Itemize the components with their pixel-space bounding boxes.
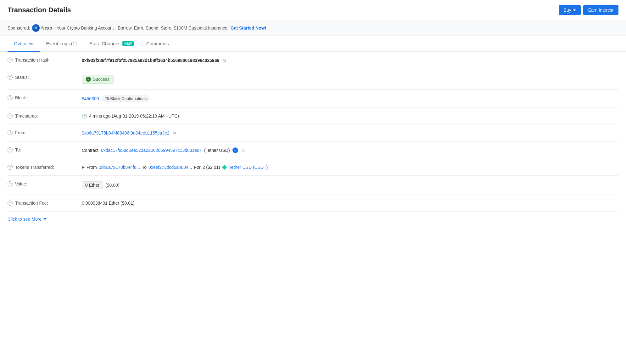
timestamp-help-icon[interactable]: ?: [8, 113, 13, 119]
value-usd: ($0.00): [105, 183, 119, 188]
confirmations-badge: 25 Block Confirmations: [102, 95, 150, 102]
value-value-cell: 0 Ether ($0.00): [82, 181, 618, 189]
tokens-label-cell: ? Tokens Transferred:: [8, 165, 77, 170]
from-address-link[interactable]: 0xb6a79178b844f88406f9a34eeb1155ca3e2: [82, 130, 170, 135]
fee-row: ? Transaction Fee: 0.000038401 Ether ($0…: [8, 195, 618, 212]
to-label-cell: ? To:: [8, 147, 77, 152]
tokens-help-icon[interactable]: ?: [8, 165, 13, 170]
fee-label-cell: ? Transaction Fee:: [8, 201, 77, 206]
tokens-for-prefix: For: [194, 165, 201, 170]
tx-hash-help-icon[interactable]: ?: [8, 58, 13, 63]
page-header: Transaction Details Buy Earn Interest: [0, 0, 626, 20]
block-row: ? Block: 8456309 25 Block Confirmations: [8, 90, 618, 108]
status-value-cell: ✓ Success: [82, 75, 618, 84]
tx-hash-value-cell: 0xf933f286f7f812fbf257925a83d1b8ff3634b5…: [82, 58, 618, 63]
from-label-cell: ? From:: [8, 130, 77, 135]
to-contract-name: (Tether USD): [204, 148, 230, 153]
tokens-to-address-link[interactable]: 0xeef273dcd6a4884...: [148, 165, 192, 170]
clock-icon: 🕐: [82, 113, 87, 119]
to-contract-label: Contract: [82, 148, 98, 153]
fee-help-icon[interactable]: ?: [8, 201, 13, 206]
tab-comments[interactable]: Comments: [140, 36, 176, 52]
page-title: Transaction Details: [8, 6, 71, 14]
value-ether-badge: 0 Ether: [82, 181, 103, 189]
tokens-from-address-link[interactable]: 0xb6a79178b844f8...: [99, 165, 140, 170]
to-value-cell: Contract 0xdac17f958d2ee523a220620699459…: [82, 147, 618, 153]
header-buttons: Buy Earn Interest: [559, 5, 618, 15]
block-label-cell: ? Block:: [8, 95, 77, 100]
tx-hash-label-cell: ? Transaction Hash:: [8, 58, 77, 63]
timestamp-label-cell: ? Timestamp:: [8, 113, 77, 119]
status-help-icon[interactable]: ?: [8, 75, 13, 80]
status-badge: ✓ Success: [82, 75, 114, 84]
block-help-icon[interactable]: ?: [8, 95, 13, 100]
earn-interest-button[interactable]: Earn Interest: [583, 5, 618, 15]
down-arrow-icon: [43, 218, 47, 220]
nexo-logo: N: [32, 24, 40, 32]
details-table: ? Transaction Hash: 0xf933f286f7f812fbf2…: [0, 52, 626, 212]
status-check-icon: ✓: [86, 77, 91, 82]
tab-state-changes[interactable]: State Changes New: [83, 36, 140, 52]
fee-value-cell: 0.000038401 Ether ($0.01): [82, 201, 618, 206]
tokens-value-cell: ▶ From 0xb6a79178b844f8... To 0xeef273dc…: [82, 165, 618, 170]
buy-button[interactable]: Buy: [559, 5, 581, 15]
from-address-copy-icon[interactable]: ⧉: [172, 130, 178, 136]
tab-event-logs[interactable]: Event Logs (1): [40, 36, 83, 52]
timestamp-row: ? Timestamp: 🕐 4 mins ago (Aug-31-2019 0…: [8, 108, 618, 124]
value-label-cell: ? Value:: [8, 181, 77, 186]
to-address-link[interactable]: 0xdac17f958d2ee523a2206206994597c13d831e…: [101, 148, 202, 153]
to-row: ? To: Contract 0xdac17f958d2ee523a220620…: [8, 142, 618, 159]
tx-hash-copy-icon[interactable]: ⧉: [222, 58, 227, 63]
tokens-to-prefix: To: [142, 165, 147, 170]
to-address-copy-icon[interactable]: ⧉: [241, 147, 246, 153]
sponsored-cta-link[interactable]: Get Started Now!: [231, 25, 266, 30]
tokens-name-link[interactable]: Tether USD (USDT): [229, 165, 268, 170]
tokens-row: ? Tokens Transferred: ▶ From 0xb6a79178b…: [8, 159, 618, 176]
value-help-icon[interactable]: ?: [8, 181, 13, 186]
tabs-bar: Overview Event Logs (1) State Changes Ne…: [0, 36, 626, 52]
to-help-icon[interactable]: ?: [8, 147, 13, 152]
brand-name: Nexo: [42, 25, 52, 30]
block-value-cell: 8456309 25 Block Confirmations: [82, 95, 618, 102]
click-more-link[interactable]: Click to see More: [0, 212, 626, 227]
tokens-amount: 2 ($2.01): [203, 165, 220, 170]
status-row: ? Status: ✓ Success: [8, 69, 618, 90]
new-badge: New: [122, 41, 133, 46]
tx-hash-row: ? Transaction Hash: 0xf933f286f7f812fbf2…: [8, 52, 618, 69]
timestamp-value-cell: 🕐 4 mins ago (Aug-31-2019 06:22:10 AM +U…: [82, 113, 618, 119]
from-help-icon[interactable]: ?: [8, 130, 13, 135]
fee-value: 0.000038401 Ether ($0.01): [82, 201, 134, 206]
chevron-down-icon: [573, 9, 576, 11]
sponsored-description: - Your Crypto Banking Account - Borrow, …: [54, 25, 229, 30]
from-row: ? From: 0xb6a79178b844f88406f9a34eeb1155…: [8, 124, 618, 142]
status-label-cell: ? Status:: [8, 75, 77, 80]
tab-overview[interactable]: Overview: [8, 36, 40, 52]
tokens-from-prefix: From: [87, 165, 97, 170]
value-row: ? Value: 0 Ether ($0.00): [8, 176, 618, 195]
sponsored-label: Sponsored:: [8, 25, 30, 30]
tokens-expand-icon[interactable]: ▶: [82, 165, 85, 169]
block-number-link[interactable]: 8456309: [82, 96, 99, 101]
from-value-cell: 0xb6a79178b844f88406f9a34eeb1155ca3e2 ⧉: [82, 130, 618, 136]
verified-icon: ✓: [232, 147, 238, 153]
tether-diamond-icon: [222, 165, 227, 170]
sponsored-bar: Sponsored: N Nexo - Your Crypto Banking …: [0, 20, 626, 36]
tx-hash-value: 0xf933f286f7f812fbf257925a83d1b8ff3634b5…: [82, 58, 219, 63]
